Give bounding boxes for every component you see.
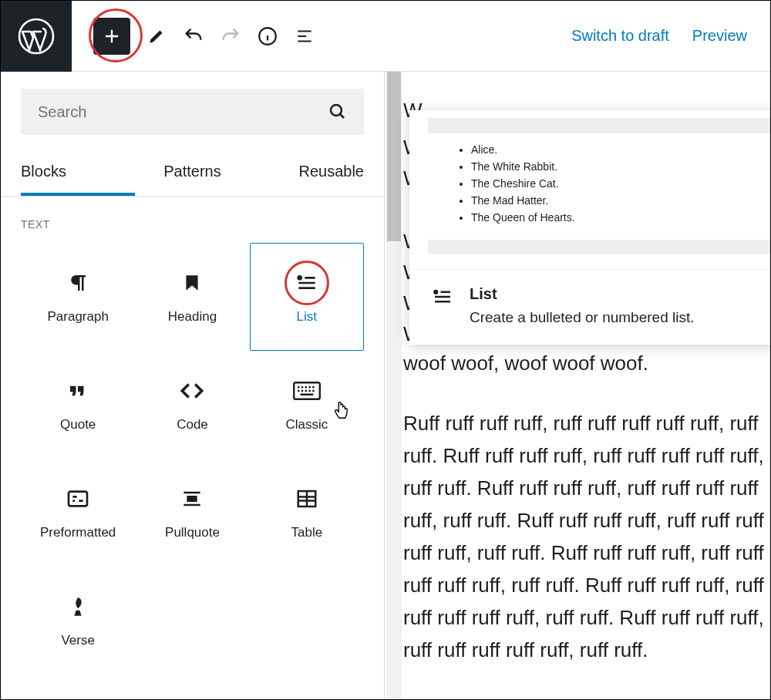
block-heading[interactable]: Heading: [135, 243, 249, 351]
pullquote-icon: [178, 485, 206, 513]
sample-item: The White Rabbit.: [471, 158, 770, 175]
block-verse[interactable]: Verse: [21, 567, 135, 675]
search-icon: [328, 103, 347, 121]
add-block-button[interactable]: [93, 18, 130, 55]
preview-link[interactable]: Preview: [692, 27, 747, 45]
block-list[interactable]: List: [250, 243, 364, 351]
sample-item: The Mad Hatter.: [471, 192, 770, 209]
editor-content[interactable]: W W W W W W W woof woof, woof woof woof.…: [385, 72, 770, 699]
svg-rect-6: [188, 496, 197, 500]
table-icon: [293, 485, 321, 513]
sample-item: Alice.: [471, 141, 770, 158]
block-classic[interactable]: Classic: [250, 351, 364, 459]
tab-patterns[interactable]: Patterns: [135, 152, 249, 196]
preview-title: List: [470, 285, 695, 303]
tab-reusable[interactable]: Reusable: [250, 152, 364, 196]
quote-icon: [64, 377, 92, 405]
undo-icon[interactable]: [183, 25, 204, 47]
search-input-wrapper[interactable]: [21, 89, 364, 135]
svg-point-8: [434, 291, 437, 294]
block-pullquote[interactable]: Pullquote: [135, 459, 249, 567]
section-heading-text: TEXT: [1, 197, 384, 237]
sample-placeholder-bar: [428, 118, 770, 133]
block-table[interactable]: Table: [250, 459, 364, 567]
sample-item: The Queen of Hearts.: [471, 209, 770, 226]
tab-blocks[interactable]: Blocks: [21, 152, 135, 196]
svg-rect-5: [69, 492, 87, 506]
outline-icon[interactable]: [294, 25, 315, 47]
inserter-tabs: Blocks Patterns Reusable: [1, 152, 384, 197]
verse-icon: [64, 593, 92, 621]
switch-to-draft-link[interactable]: Switch to draft: [571, 27, 669, 45]
wordpress-logo[interactable]: [1, 1, 72, 72]
sample-placeholder-bar: [428, 240, 770, 254]
edit-icon[interactable]: [146, 25, 167, 47]
redo-icon: [220, 25, 241, 47]
preview-sample: Alice. The White Rabbit. The Cheshire Ca…: [409, 110, 770, 269]
svg-point-2: [331, 105, 342, 116]
search-input[interactable]: [38, 103, 328, 121]
block-grid: Paragraph Heading List Quote Code: [1, 237, 384, 681]
block-paragraph[interactable]: Paragraph: [21, 243, 135, 351]
classic-icon: [293, 377, 321, 405]
preformatted-icon: [64, 485, 92, 513]
block-preview-popup: Alice. The White Rabbit. The Cheshire Ca…: [409, 110, 770, 345]
block-inserter-panel: Blocks Patterns Reusable TEXT Paragraph …: [1, 72, 385, 699]
paragraph-icon: [64, 269, 92, 297]
info-icon[interactable]: [257, 25, 278, 47]
list-icon: [293, 269, 321, 297]
list-icon: [431, 285, 454, 308]
block-code[interactable]: Code: [135, 351, 249, 459]
block-quote[interactable]: Quote: [21, 351, 135, 459]
block-preformatted[interactable]: Preformatted: [21, 459, 135, 567]
preview-description: Create a bulleted or numbered list.: [470, 309, 695, 326]
heading-icon: [178, 269, 206, 297]
svg-point-3: [298, 276, 301, 279]
sample-item: The Cheshire Cat.: [471, 175, 770, 192]
code-icon: [178, 377, 206, 405]
top-toolbar: Switch to draft Preview: [1, 1, 770, 72]
